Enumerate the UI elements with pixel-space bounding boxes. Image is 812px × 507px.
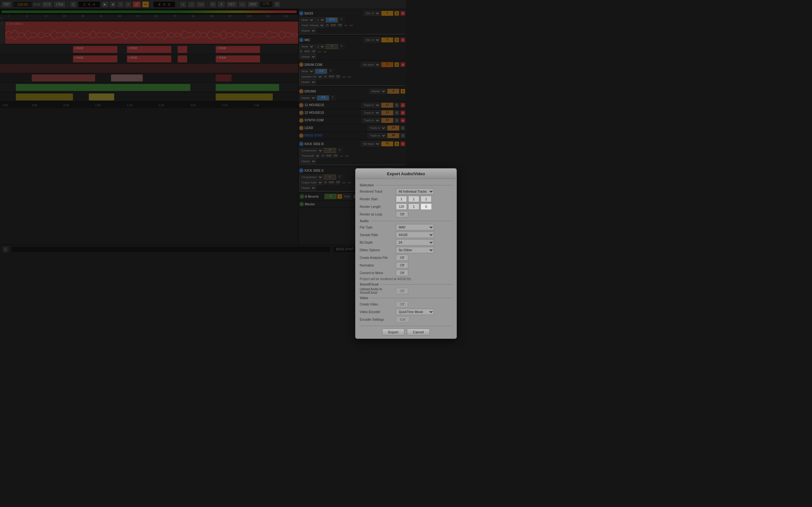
- render-as-loop-row: Render as Loop Off: [360, 211, 406, 217]
- render-length-1[interactable]: [396, 204, 406, 210]
- render-as-loop-label: Render as Loop: [360, 213, 395, 216]
- render-length-label: Render Length: [360, 205, 395, 209]
- export-dialog: Export Audio/Video Selection Rendered Tr…: [355, 168, 406, 253]
- rendered-track-select[interactable]: All Individual Tracks: [396, 188, 406, 194]
- render-start-1[interactable]: [396, 196, 406, 202]
- file-type-label: File Type: [360, 226, 395, 229]
- export-dialog-body: Selection Rendered Track All Individual …: [356, 179, 406, 253]
- render-start-row: Render Start: [360, 196, 406, 202]
- file-type-select[interactable]: WAV: [396, 224, 406, 230]
- dither-options-select[interactable]: No Dither: [396, 247, 406, 253]
- dither-options-label: Dither Options: [360, 248, 395, 252]
- modal-overlay: Export Audio/Video Selection Rendered Tr…: [0, 0, 406, 253]
- bit-depth-select[interactable]: 24: [396, 239, 406, 245]
- render-as-loop-btn[interactable]: Off: [396, 211, 406, 217]
- render-length-row: Render Length: [360, 204, 406, 210]
- sample-rate-select[interactable]: 44100: [396, 232, 406, 238]
- file-type-row: File Type WAV: [360, 224, 406, 230]
- export-dialog-title: Export Audio/Video: [356, 169, 406, 179]
- sample-rate-row: Sample Rate 44100: [360, 232, 406, 238]
- selection-section-label: Selection: [360, 183, 406, 187]
- audio-section-label: Audio: [360, 219, 406, 223]
- bit-depth-label: Bit Depth: [360, 241, 395, 244]
- sample-rate-label: Sample Rate: [360, 233, 395, 237]
- render-start-label: Render Start: [360, 198, 395, 201]
- rendered-track-row: Rendered Track All Individual Tracks: [360, 188, 406, 194]
- dither-options-row: Dither Options No Dither: [360, 247, 406, 253]
- bit-depth-row: Bit Depth 24: [360, 239, 406, 245]
- rendered-track-label: Rendered Track: [360, 190, 395, 193]
